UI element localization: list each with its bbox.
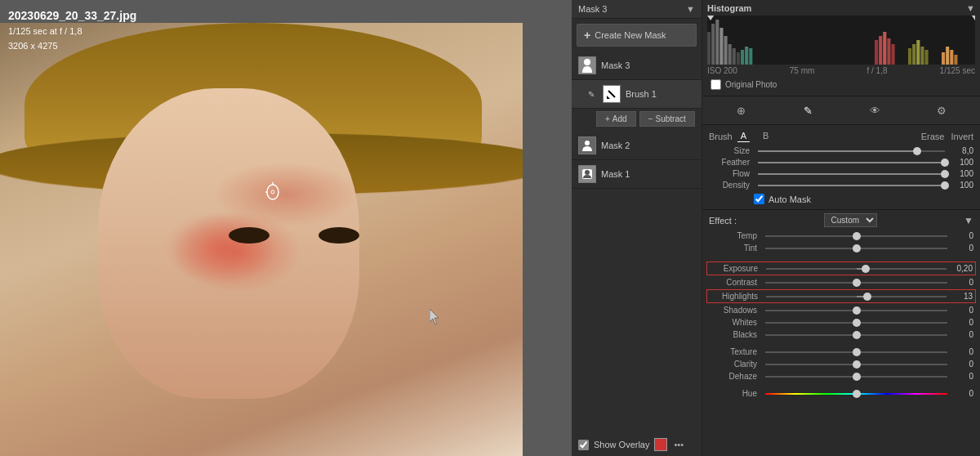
erase-label: Erase bbox=[921, 132, 945, 141]
effect-temp-row: Temp 0 bbox=[709, 230, 973, 241]
show-overlay-label: Show Overlay bbox=[594, 440, 649, 449]
mask2-icon bbox=[578, 136, 596, 154]
hue-track[interactable] bbox=[765, 393, 947, 395]
flow-track[interactable] bbox=[758, 173, 945, 175]
contrast-track[interactable] bbox=[765, 282, 947, 284]
brush-section-label: Brush bbox=[709, 132, 733, 141]
size-fill bbox=[758, 150, 917, 152]
texture-label: Texture bbox=[709, 347, 762, 356]
blacks-track[interactable] bbox=[765, 334, 947, 336]
highlights-thumb[interactable] bbox=[863, 293, 871, 301]
effect-dehaze-row: Dehaze 0 bbox=[709, 371, 973, 382]
dehaze-track[interactable] bbox=[765, 376, 947, 378]
mask-item-mask1[interactable]: Mask 1 bbox=[572, 160, 702, 189]
contrast-value: 0 bbox=[951, 278, 973, 287]
size-thumb[interactable] bbox=[913, 147, 921, 155]
whites-thumb[interactable] bbox=[853, 319, 861, 327]
exposure-track[interactable] bbox=[766, 268, 947, 270]
brush-cursor bbox=[265, 182, 280, 202]
brush-header: Brush A B Erase Invert bbox=[709, 130, 973, 142]
density-track[interactable] bbox=[758, 185, 945, 186]
overlay-color-swatch[interactable] bbox=[654, 438, 667, 451]
automask-checkbox[interactable] bbox=[754, 194, 764, 204]
svg-point-9 bbox=[585, 141, 590, 145]
tint-label: Tint bbox=[709, 244, 762, 253]
svg-marker-37 bbox=[707, 16, 714, 20]
add-button[interactable]: + Add bbox=[596, 111, 636, 127]
edit-tool-button[interactable]: ✎ bbox=[796, 101, 819, 120]
clarity-thumb[interactable] bbox=[853, 360, 861, 369]
blacks-thumb[interactable] bbox=[853, 331, 861, 339]
density-thumb[interactable] bbox=[941, 181, 949, 190]
svg-rect-14 bbox=[715, 20, 719, 65]
overlay-options-icon[interactable]: ••• bbox=[674, 440, 684, 449]
right-panel: Histogram ▼ bbox=[702, 0, 980, 456]
texture-thumb[interactable] bbox=[853, 348, 861, 356]
whites-track[interactable] bbox=[765, 322, 947, 324]
effect-texture-row: Texture 0 bbox=[709, 346, 973, 357]
invert-label: Invert bbox=[951, 132, 973, 141]
masks-title: Mask 3 bbox=[578, 4, 607, 14]
mask-item-mask3[interactable]: Mask 3 bbox=[572, 51, 702, 80]
svg-rect-20 bbox=[741, 50, 744, 65]
blacks-label: Blacks bbox=[709, 330, 762, 339]
svg-rect-29 bbox=[912, 44, 915, 65]
contrast-thumb[interactable] bbox=[853, 279, 861, 287]
show-overlay-checkbox[interactable] bbox=[578, 440, 589, 450]
shadows-track[interactable] bbox=[765, 310, 947, 311]
texture-track[interactable] bbox=[765, 351, 947, 353]
brush-tab-b[interactable]: B bbox=[760, 130, 772, 142]
mask-item-brush1[interactable]: ✎ Brush 1 bbox=[572, 80, 702, 109]
visibility-tool-button[interactable]: 👁 bbox=[863, 101, 886, 120]
eye-right bbox=[318, 227, 359, 244]
svg-marker-38 bbox=[972, 16, 975, 20]
photo-area: 20230629_20_33_27.jpg 1/125 sec at f / 1… bbox=[0, 0, 572, 456]
shadows-thumb[interactable] bbox=[853, 306, 861, 315]
clarity-track[interactable] bbox=[765, 364, 947, 365]
mask-item-mask2[interactable]: Mask 2 bbox=[572, 132, 702, 160]
mask2-label: Mask 2 bbox=[601, 141, 630, 150]
dehaze-thumb[interactable] bbox=[853, 373, 861, 381]
effect-section: Effect : Custom ▼ Temp 0 Tint 0 bbox=[702, 210, 980, 456]
brush-section: Brush A B Erase Invert Size 8,0 Feather bbox=[702, 125, 980, 210]
highlights-track[interactable] bbox=[766, 296, 947, 297]
mask1-icon bbox=[578, 165, 596, 183]
effect-label: Effect : bbox=[709, 216, 737, 226]
temp-thumb[interactable] bbox=[853, 232, 861, 240]
eye-left bbox=[229, 227, 270, 244]
settings-tool-button[interactable]: ⚙ bbox=[930, 101, 953, 120]
brush-tab-a[interactable]: A bbox=[737, 130, 750, 142]
svg-rect-18 bbox=[733, 48, 736, 65]
exposure-label: Exposure bbox=[710, 264, 763, 273]
flow-thumb[interactable] bbox=[941, 170, 949, 178]
feather-thumb[interactable] bbox=[941, 159, 949, 167]
feather-track[interactable] bbox=[758, 162, 945, 163]
portrait-background bbox=[0, 23, 523, 456]
histogram-collapse-icon[interactable]: ▼ bbox=[966, 3, 975, 13]
masks-header: Mask 3 ▼ bbox=[572, 0, 702, 19]
create-new-mask-button[interactable]: + Create New Mask bbox=[577, 24, 697, 47]
effect-preset-select[interactable]: Custom bbox=[824, 213, 877, 227]
subtract-button[interactable]: − Subtract bbox=[639, 111, 695, 127]
effect-collapse-icon[interactable]: ▼ bbox=[964, 215, 973, 226]
original-photo-checkbox[interactable] bbox=[710, 79, 721, 90]
temp-track[interactable] bbox=[765, 235, 947, 237]
size-track[interactable] bbox=[758, 150, 945, 152]
show-overlay-row: Show Overlay ••• bbox=[572, 433, 702, 456]
hist-focal: 75 mm bbox=[790, 66, 815, 75]
tint-thumb[interactable] bbox=[853, 244, 861, 253]
effect-shadows-row: Shadows 0 bbox=[709, 305, 973, 315]
effect-exposure-row: Exposure 0,20 bbox=[706, 262, 976, 275]
blacks-value: 0 bbox=[951, 330, 973, 339]
effect-blacks-row: Blacks 0 bbox=[709, 329, 973, 340]
brush-flow-row: Flow 100 bbox=[709, 169, 973, 178]
exposure-thumb[interactable] bbox=[862, 265, 870, 273]
histogram-section: Histogram ▼ bbox=[702, 0, 980, 96]
exposure-value: 0,20 bbox=[950, 264, 973, 273]
tint-track[interactable] bbox=[765, 248, 947, 249]
target-tool-button[interactable]: ⊕ bbox=[729, 101, 752, 120]
masks-options-icon[interactable]: ▼ bbox=[686, 4, 695, 14]
hue-thumb[interactable] bbox=[853, 390, 861, 398]
effect-contrast-row: Contrast 0 bbox=[709, 277, 973, 288]
mask3-label: Mask 3 bbox=[601, 60, 630, 70]
